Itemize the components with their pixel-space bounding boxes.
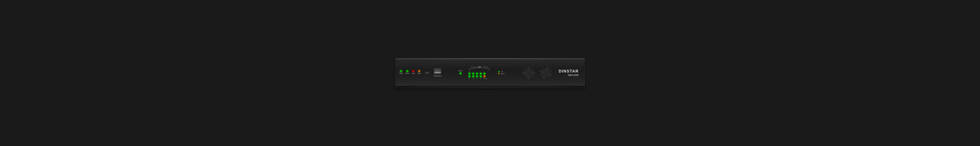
rj45-contact-3 xyxy=(436,72,437,73)
console-port: CONSOLE xyxy=(434,69,442,77)
ge-top-led-2 xyxy=(476,73,478,74)
ge-legend: Link Speed xyxy=(498,71,504,74)
ge-ports-area: GE 0 xyxy=(469,66,490,79)
console-label: CONSOLE xyxy=(434,75,442,77)
model-name: SBC1000 xyxy=(568,74,579,76)
run-label: RUN xyxy=(406,73,409,74)
ge-bottom-led-4 xyxy=(484,75,485,77)
legend-speed-dot xyxy=(498,73,500,74)
ge-top-led-4 xyxy=(484,73,485,74)
ge-num-0: 0 xyxy=(480,78,482,79)
ei-t1-area: EI/T1 xyxy=(458,70,463,75)
bottom-rail xyxy=(396,85,585,88)
svg-point-5 xyxy=(528,72,529,74)
ge-bottom-led-0 xyxy=(469,75,470,77)
pwr-led xyxy=(400,70,402,72)
ge-num-3: 3 xyxy=(469,78,470,79)
ge-num-admin: Admin xyxy=(484,78,488,79)
sim-led-item: SIM xyxy=(418,70,420,74)
front-panel-body: PWR RUN ALM SIM xyxy=(395,58,585,88)
fan-1-outer xyxy=(521,66,535,80)
alm-led xyxy=(412,70,414,72)
usb-connector xyxy=(425,72,429,74)
svg-point-9 xyxy=(545,72,546,74)
led-group: PWR RUN ALM SIM xyxy=(399,70,420,75)
ge-section: EI/T1 GE xyxy=(458,66,505,79)
rj45-contact-8 xyxy=(440,72,441,73)
fan-2-svg xyxy=(539,66,552,80)
fan-2 xyxy=(538,66,552,80)
legend-link-text: Link xyxy=(501,71,503,72)
rj45-contact-1 xyxy=(434,72,435,73)
ge-bottom-led-2 xyxy=(476,75,478,77)
device-chassis: PWR RUN ALM SIM xyxy=(395,58,585,88)
fan-1-svg xyxy=(522,66,535,80)
ge-top-led-0 xyxy=(469,73,470,74)
brand-section: DINSTAR SBC1000 xyxy=(555,69,581,76)
fan-1 xyxy=(521,66,535,80)
left-section: PWR RUN ALM SIM xyxy=(399,69,442,77)
rj45-contact-5 xyxy=(438,72,438,73)
ge-num-1: 1 xyxy=(476,78,478,79)
rj45-contact-4 xyxy=(437,72,438,73)
alm-label: ALM xyxy=(412,73,415,74)
brand-name: DINSTAR xyxy=(558,69,579,74)
rj45-contact-6 xyxy=(439,72,439,73)
pwr-led-item: PWR xyxy=(399,70,403,74)
zero-label-row: 0 xyxy=(469,71,470,72)
usb-port xyxy=(425,72,429,74)
sim-led xyxy=(418,70,420,72)
ge-bottom-row xyxy=(469,75,485,77)
top-bevel xyxy=(396,58,585,60)
ge-num-2: 2 xyxy=(473,78,474,79)
sim-label: SIM xyxy=(418,73,420,74)
rj45-connector xyxy=(434,69,441,74)
legend-speed: Speed xyxy=(498,73,504,74)
ge-title: GE xyxy=(478,66,481,68)
ge-header-area: GE xyxy=(469,66,490,70)
front-panel: PWR RUN ALM SIM xyxy=(396,60,585,85)
ge-bottom-led-1 xyxy=(473,75,474,77)
right-section: DINSTAR SBC1000 xyxy=(521,66,581,80)
ge-bottom-led-3 xyxy=(480,75,482,77)
rj45-contact-2 xyxy=(435,72,436,73)
leds-row: PWR RUN ALM SIM xyxy=(399,70,420,74)
run-led-item: RUN xyxy=(406,70,409,74)
rj45-contacts xyxy=(434,72,441,73)
ge-number-row: 3 2 1 0 Admin xyxy=(469,78,488,79)
middle-section: EI/T1 GE xyxy=(442,66,521,79)
svg-point-0 xyxy=(469,69,470,70)
ei-t1-label: EI/T1 xyxy=(458,70,463,72)
ge-title-row: GE xyxy=(471,66,488,68)
legend-link-dot xyxy=(498,71,500,72)
ge-top-row xyxy=(469,73,485,74)
pwr-label: PWR xyxy=(399,73,403,74)
alm-led-item: ALM xyxy=(412,70,415,74)
ge-top-led-3 xyxy=(480,73,482,74)
ge-top-led-1 xyxy=(473,73,474,74)
ge-zero-label: 0 xyxy=(469,71,470,72)
run-led xyxy=(407,70,408,72)
fan-2-outer xyxy=(538,66,552,80)
ei-t1-led xyxy=(460,72,461,74)
legend-speed-text: Speed xyxy=(501,73,504,74)
legend-link: Link xyxy=(498,71,504,72)
svg-point-1 xyxy=(489,69,490,70)
rj45-contact-7 xyxy=(439,72,440,73)
